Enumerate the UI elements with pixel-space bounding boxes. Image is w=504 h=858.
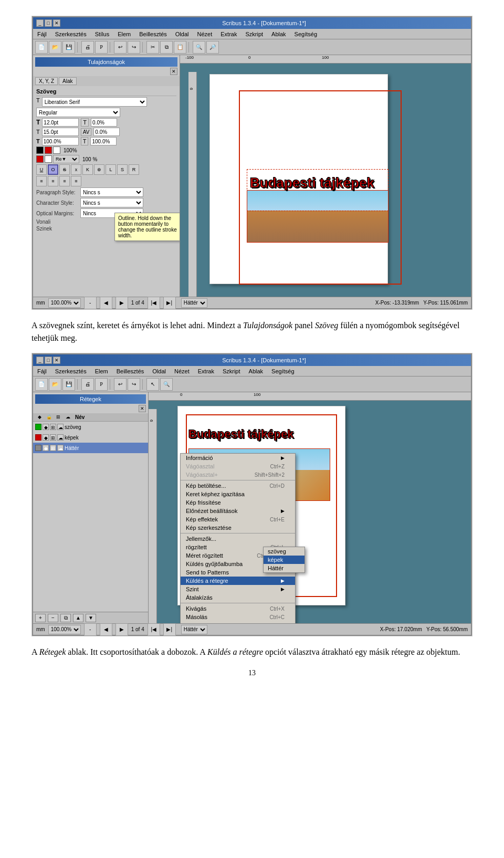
size-input-5[interactable] xyxy=(42,137,79,145)
menu-fajl[interactable]: Fájl xyxy=(35,30,49,38)
tb2-save[interactable]: 💾 xyxy=(62,378,75,391)
align-center[interactable]: ≡ xyxy=(48,176,58,186)
zoom-minus[interactable]: - xyxy=(84,297,97,309)
menu2-szkript[interactable]: Szkript xyxy=(220,368,243,375)
menu-ablak[interactable]: Ablak xyxy=(269,30,288,38)
nav-prev-2[interactable]: ◀ xyxy=(100,623,112,636)
tb-print[interactable]: 🖨 xyxy=(81,41,94,54)
cm-szint[interactable]: Szint ▶ xyxy=(181,585,295,593)
layers-close[interactable]: ✕ xyxy=(139,405,146,412)
nav-prev[interactable]: ◀ xyxy=(100,297,112,309)
nav-last[interactable]: ▶| xyxy=(163,297,176,309)
cm-masolas[interactable]: Másolás Ctrl+C xyxy=(181,613,295,621)
tb2-undo[interactable]: ↩ xyxy=(114,378,127,391)
tb-undo[interactable]: ↩ xyxy=(114,41,127,54)
fmt-shadow[interactable]: ⊕ xyxy=(94,164,104,175)
win-controls-1[interactable]: _ □ ✕ xyxy=(36,19,60,27)
tb-save[interactable]: 💾 xyxy=(62,41,75,54)
close-btn-2[interactable]: ✕ xyxy=(53,357,60,364)
maximize-btn[interactable]: □ xyxy=(45,19,52,27)
tb-copy[interactable]: ⧉ xyxy=(160,41,173,54)
layer-kepek[interactable]: ◆ ⊞ ☁ képek xyxy=(33,432,148,443)
tb-cut[interactable]: ✂ xyxy=(146,41,159,54)
sm-kepek[interactable]: képek xyxy=(264,556,304,564)
color-red2[interactable] xyxy=(36,155,44,163)
cm-vagosztalplus[interactable]: Vágóasztal+ Shift+Shift+2 xyxy=(181,470,295,479)
menu-szkript[interactable]: Szkript xyxy=(243,30,265,38)
fmt-outline[interactable]: O xyxy=(48,164,58,175)
fmt-strikethrough[interactable]: S xyxy=(59,164,70,175)
fmt-x[interactable]: x xyxy=(71,164,81,175)
zoom-minus-2[interactable]: - xyxy=(84,623,97,636)
close-btn[interactable]: ✕ xyxy=(53,19,60,27)
fmt-S2[interactable]: S xyxy=(117,164,128,175)
align-left[interactable]: ≡ xyxy=(36,176,47,186)
tb2-open[interactable]: 📂 xyxy=(49,378,61,391)
size-input-2[interactable] xyxy=(91,118,117,127)
tb-new[interactable]: 📄 xyxy=(35,41,48,54)
sm-hatter[interactable]: Háttér xyxy=(264,564,304,572)
cm-atalakizas[interactable]: Átalakízás xyxy=(181,593,295,602)
minimize-btn[interactable]: _ xyxy=(36,19,44,27)
cm-kivagás[interactable]: Kivágás Ctrl+X xyxy=(181,604,295,613)
color-black[interactable] xyxy=(36,147,44,154)
menu2-szerkesztes[interactable]: Szerkesztés xyxy=(53,368,89,375)
menu-extrak[interactable]: Extrak xyxy=(218,30,239,38)
menu2-beillesztes[interactable]: Beillesztés xyxy=(114,368,146,375)
fmt-L[interactable]: L xyxy=(106,164,116,175)
cm-kuldes-retegre[interactable]: Küldés a rétegre ▶ xyxy=(181,577,295,585)
fmt-K[interactable]: K xyxy=(82,164,93,175)
layer-move-down[interactable]: ▼ xyxy=(86,614,96,622)
nav-next[interactable]: ▶ xyxy=(116,297,128,309)
tb-redo[interactable]: ↪ xyxy=(128,41,140,54)
para-style-select[interactable]: Nincs s xyxy=(80,187,143,197)
sm-szoveg[interactable]: szöveg xyxy=(264,547,304,556)
cm-elonezet[interactable]: Előnézet beállítások ▶ xyxy=(181,507,295,515)
zoom-select[interactable]: 100.00% xyxy=(48,298,81,308)
size-input-3[interactable] xyxy=(42,128,79,136)
re-select[interactable]: Re▼ xyxy=(53,155,79,163)
menu2-oldal[interactable]: Oldal xyxy=(150,368,168,375)
tb2-new[interactable]: 📄 xyxy=(35,378,48,391)
size-input-6[interactable] xyxy=(90,137,117,145)
tb-paste[interactable]: 📋 xyxy=(174,41,186,54)
cm-torles[interactable]: Törlés xyxy=(181,621,295,623)
font-style-select[interactable]: Regular xyxy=(36,108,120,117)
props-close[interactable]: ✕ xyxy=(170,68,177,75)
maximize-btn-2[interactable]: □ xyxy=(45,357,52,364)
menu-stilus[interactable]: Stílus xyxy=(93,30,112,38)
menu2-extrak[interactable]: Extrak xyxy=(196,368,216,375)
minimize-btn-2[interactable]: _ xyxy=(36,357,44,364)
menu2-segitseg[interactable]: Segítség xyxy=(269,368,296,375)
tb2-select[interactable]: ↖ xyxy=(146,378,159,391)
cm-informacio[interactable]: Információ ▶ xyxy=(181,454,295,462)
menu-beillesztes[interactable]: Beillesztés xyxy=(137,30,169,38)
cm-kep-betoltese[interactable]: Kép betöltése... Ctrl+D xyxy=(181,482,295,490)
nav-last-2[interactable]: ▶| xyxy=(163,623,176,636)
align-right[interactable]: ≡ xyxy=(59,176,70,186)
nav-next-2[interactable]: ▶ xyxy=(116,623,128,636)
layer-hatter[interactable]: ◆ ⊞ ☁ Háttér xyxy=(33,443,148,453)
menu2-nezet[interactable]: Nézet xyxy=(172,368,192,375)
tb2-print[interactable]: 🖨 xyxy=(81,378,94,391)
mode-select-2[interactable]: Háttér xyxy=(181,625,207,634)
fmt-underline[interactable]: U xyxy=(36,164,47,175)
menu-elem[interactable]: Elem xyxy=(116,30,133,38)
tab-xyz[interactable]: X, Y, Z xyxy=(35,77,58,85)
color-white2[interactable] xyxy=(45,155,52,163)
cm-keret-igazitas[interactable]: Keret képhez igazítása xyxy=(181,490,295,498)
size-input-1[interactable] xyxy=(42,118,79,127)
cm-kep-effektek[interactable]: Kép effektek Ctrl+E xyxy=(181,515,295,524)
tb-open[interactable]: 📂 xyxy=(49,41,61,54)
cm-jellemzok[interactable]: Jellemzők... xyxy=(181,535,295,543)
char-style-select[interactable]: Nincs s xyxy=(80,198,143,207)
color-red[interactable] xyxy=(45,147,52,154)
menu-segitseg[interactable]: Segítség xyxy=(292,30,319,38)
layer-remove[interactable]: − xyxy=(48,614,58,622)
menu2-elem[interactable]: Elem xyxy=(93,368,110,375)
zoom-select-2[interactable]: 100.00% xyxy=(48,625,81,634)
fmt-R[interactable]: R xyxy=(129,164,139,175)
menu-szerkesztes[interactable]: Szerkesztés xyxy=(53,30,89,38)
color-white[interactable] xyxy=(53,147,60,154)
menu-oldal[interactable]: Oldal xyxy=(173,30,191,38)
